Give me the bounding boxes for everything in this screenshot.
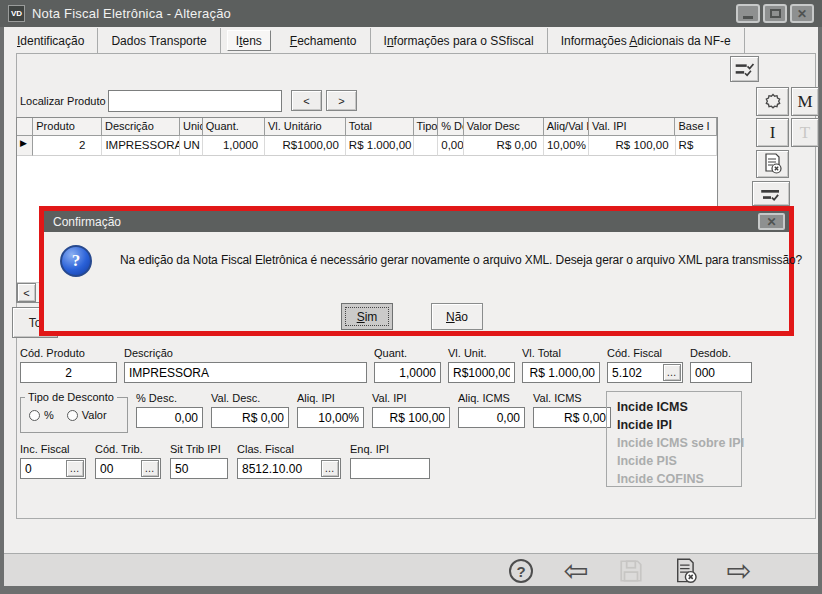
descricao-input[interactable] (124, 362, 367, 383)
document-x-icon (763, 153, 783, 175)
cod-trib-input[interactable] (96, 459, 140, 478)
inc-fiscal-input[interactable] (21, 459, 65, 478)
dialog-close-button[interactable]: ✕ (758, 213, 785, 230)
column-header-vl-unitario[interactable]: Vl. Unitário (265, 118, 346, 136)
settings-button[interactable] (756, 87, 789, 116)
cod-fiscal-input[interactable] (608, 363, 662, 382)
vl-total-input[interactable] (522, 362, 600, 383)
apply-items-button[interactable] (730, 56, 759, 82)
cell-aliq-ipi[interactable]: 10,00% (544, 136, 589, 156)
pct-desc-label: % Desc. (136, 392, 203, 404)
val-desc-input[interactable] (211, 407, 289, 428)
incide-icms-sobre-ipi-flag: Incide ICMS sobre IPI (617, 434, 741, 452)
sim-button[interactable]: Sim (341, 303, 393, 330)
cell-base-ipi[interactable]: R$ (676, 136, 717, 156)
column-header-aliq-val-ipi[interactable]: Aliq/Val IP (544, 118, 589, 136)
help-button[interactable]: ? (506, 557, 536, 585)
close-icon: ✕ (797, 8, 807, 20)
cell-pct-desc[interactable]: 0,00 (438, 136, 464, 156)
tab-informacoes-adicionais-nfe[interactable]: Informações Adicionais da NF-e (548, 28, 745, 53)
detail-form-row-3: Inc. Fiscal … Cód. Trib. … Sit Trib IPI … (20, 443, 430, 479)
minimize-button[interactable] (736, 4, 760, 23)
column-header-pct-desc[interactable]: % De (438, 118, 464, 136)
val-icms-input[interactable] (533, 407, 611, 428)
radio-percentual[interactable]: % (29, 409, 54, 421)
cell-unid[interactable]: UN (180, 136, 203, 156)
aliq-ipi-input[interactable] (297, 407, 364, 428)
scroll-left-button[interactable]: < (17, 283, 36, 302)
table-row[interactable]: ▶ 2 IMPRESSORA UN 1,0000 R$1000,00 R$ 1.… (17, 136, 717, 156)
nao-button[interactable]: Não (431, 303, 483, 330)
desdob-input[interactable] (690, 362, 752, 383)
inc-fiscal-lookup-button[interactable]: … (66, 460, 84, 477)
maximize-button[interactable] (763, 4, 787, 23)
vl-unit-label: Vl. Unit. (448, 347, 515, 359)
window-title: Nota Fiscal Eletrônica - Alteração (32, 6, 231, 21)
cell-val-ipi[interactable]: R$ 100,00 (589, 136, 675, 156)
val-ipi-input[interactable] (372, 407, 450, 428)
column-header-tipo[interactable]: Tipo (414, 118, 439, 136)
selector-column-header (17, 118, 33, 136)
tab-dados-transporte[interactable]: Dados Transporte (98, 28, 220, 53)
column-header-valor-desc[interactable]: Valor Desc (464, 118, 544, 136)
table-header: Produto Descrição Unid Quant. Vl. Unitár… (17, 118, 717, 136)
quant-input[interactable] (374, 362, 441, 383)
document-x-icon (674, 558, 698, 584)
tab-informacoes-ssfiscal[interactable]: Informações para o SSfiscal (371, 28, 548, 53)
clas-fiscal-lookup-button[interactable]: … (321, 460, 339, 477)
dialog-titlebar[interactable]: Confirmação ✕ (44, 211, 789, 232)
pct-desc-input[interactable] (136, 407, 203, 428)
window-bottom-border (0, 586, 822, 594)
previous-item-button[interactable]: < (291, 90, 322, 111)
cod-fiscal-lookup-button[interactable]: … (663, 364, 681, 381)
column-header-base-ipi[interactable]: Base I (675, 118, 717, 136)
row-selector-icon: ▶ (17, 136, 33, 156)
tab-itens[interactable]: Itens (227, 30, 271, 51)
sit-trib-ipi-input[interactable] (170, 458, 228, 479)
cancel-document-button[interactable] (671, 557, 701, 585)
cell-total[interactable]: R$ 1.000,00 (346, 136, 414, 156)
localizar-produto-input[interactable] (108, 90, 282, 112)
confirm-item-button[interactable] (752, 181, 790, 206)
column-header-total[interactable]: Total (346, 118, 414, 136)
next-item-button[interactable]: > (326, 90, 357, 111)
column-header-descricao[interactable]: Descrição (102, 118, 180, 136)
aliq-icms-input[interactable] (458, 407, 525, 428)
m-button[interactable]: M (791, 87, 819, 116)
cod-trib-lookup-button[interactable]: … (141, 460, 159, 477)
cell-vl-unitario[interactable]: R$1000,00 (265, 136, 346, 156)
radio-valor-circle[interactable] (67, 410, 78, 421)
cell-valor-desc[interactable]: R$ 0,00 (464, 136, 544, 156)
clas-fiscal-input[interactable] (238, 459, 320, 478)
tab-identificacao[interactable]: Identificação (4, 28, 98, 53)
radio-percentual-circle[interactable] (29, 410, 40, 421)
next-record-button[interactable]: ⇨ (724, 557, 754, 585)
aliq-ipi-label: Aliq. IPI (297, 392, 364, 404)
cell-produto[interactable]: 2 (33, 136, 102, 156)
close-button[interactable]: ✕ (790, 4, 814, 23)
i-button[interactable]: I (756, 118, 789, 147)
tab-fechamento[interactable]: Fechamento (277, 28, 371, 53)
radio-valor[interactable]: Valor (67, 409, 107, 421)
cod-produto-input[interactable] (20, 362, 117, 383)
column-header-val-ipi[interactable]: Val. IPI (589, 118, 675, 136)
arrow-right-icon: ⇨ (726, 556, 751, 586)
discard-item-button[interactable] (756, 150, 789, 178)
previous-record-button[interactable]: ⇦ (561, 557, 591, 585)
enq-ipi-input[interactable] (350, 458, 430, 479)
titlebar[interactable]: VD Nota Fiscal Eletrônica - Alteração ✕ (0, 0, 822, 27)
save-icon (618, 558, 644, 584)
enq-ipi-label: Enq. IPI (350, 443, 430, 455)
column-header-produto[interactable]: Produto (33, 118, 102, 136)
cell-quant[interactable]: 1,0000 (203, 136, 265, 156)
cell-descricao[interactable]: IMPRESSORA (102, 136, 180, 156)
cell-tipo[interactable] (414, 136, 439, 156)
vl-unit-input[interactable] (448, 362, 515, 383)
column-header-quant[interactable]: Quant. (203, 118, 265, 136)
confirmation-dialog: Confirmação ✕ ? Na edição da Nota Fiscal… (39, 206, 794, 336)
tipo-desconto-groupbox: Tipo de Desconto % Valor (20, 397, 128, 433)
app-icon: VD (8, 5, 25, 22)
check-lines-icon (759, 186, 783, 202)
val-icms-label: Val. ICMS (533, 392, 611, 404)
column-header-unid[interactable]: Unid (180, 118, 203, 136)
